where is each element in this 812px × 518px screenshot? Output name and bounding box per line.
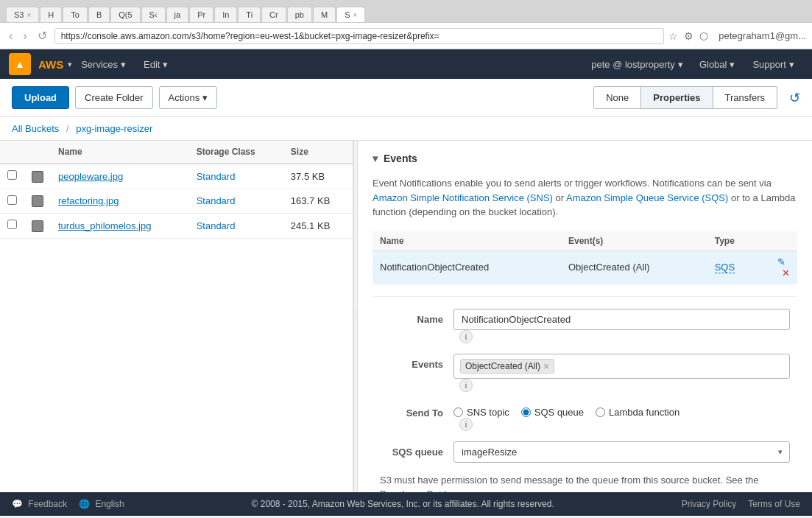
user-menu[interactable]: pete @ lostproperty ▾ [584,59,691,70]
browser-tab-cr[interactable]: Cr [261,7,286,22]
radio-sns[interactable]: SNS topic [453,407,509,418]
services-menu[interactable]: Services ▾ [72,49,135,79]
create-folder-button[interactable]: Create Folder [75,86,152,109]
browser-tab-ti[interactable]: Ti [238,7,261,22]
row-checkbox[interactable] [7,170,17,180]
sns-link[interactable]: Amazon Simple Notification Service (SNS) [373,192,553,203]
file-name-link[interactable]: refactoring.jpg [58,195,119,206]
none-button[interactable]: None [593,86,641,109]
extensions-icon[interactable]: ⬡ [699,30,708,42]
edit-menu[interactable]: Edit ▾ [135,49,177,79]
aws-logo[interactable]: ▲ [9,53,31,75]
developer-guide-link[interactable]: Developer Guide [380,489,452,492]
browser-tab-m[interactable]: M [313,7,336,22]
row-icon-cell [24,189,51,214]
aws-brand[interactable]: AWS [38,58,63,71]
row-name[interactable]: turdus_philomelos.jpg [51,214,189,239]
events-header[interactable]: ▾ Events [373,153,797,164]
col-name[interactable]: Name [51,141,189,164]
browser-tab-pb[interactable]: pb [287,7,312,22]
browser-tab-active[interactable]: S × [336,7,365,22]
name-info-icon[interactable]: i [459,330,473,343]
aws-logo-text: ▲ [15,58,25,70]
browser-tab-pr[interactable]: Pr [189,7,213,22]
bucket-name-link[interactable]: pxg-image-resizer [76,123,152,134]
events-description: Event Notifications enable you to send a… [373,176,797,220]
storage-class: Standard [197,220,236,231]
user-dropdown-icon: ▾ [678,59,683,70]
col-icon [24,141,51,164]
name-input[interactable] [453,309,790,330]
browser-tab-s3[interactable]: S3 × [6,7,39,22]
user-label: pete @ lostproperty [591,59,675,70]
browser-tab-q[interactable]: Q(5 [110,7,140,22]
row-checkbox[interactable] [7,220,17,229]
radio-sqs-input[interactable] [521,407,531,417]
send-to-label: Send To [380,402,453,419]
events-label: Events [380,354,453,370]
privacy-link[interactable]: Privacy Policy [682,499,737,509]
feedback-link[interactable]: 💬 Feedback [12,499,67,509]
event-events: ObjectCreated (All) [561,251,707,284]
refresh-icon[interactable]: ↺ [789,90,800,106]
col-size[interactable]: Size [283,141,353,164]
sqs-queue-control: imageResize ▾ [453,441,790,463]
browser-chrome: S3 × H To B Q(5 S‹ ja Pr In Ti Cr pb M S… [0,0,812,49]
browser-tab-sc[interactable]: S‹ [141,7,166,22]
row-name[interactable]: refactoring.jpg [51,189,189,214]
transfers-button[interactable]: Transfers [713,86,777,109]
browser-tab-to[interactable]: To [63,7,88,22]
address-bar[interactable] [54,28,665,44]
radio-lambda[interactable]: Lambda function [596,407,679,418]
terms-link[interactable]: Terms of Use [748,499,800,509]
browser-tab-h[interactable]: H [40,7,62,22]
row-checkbox-cell [0,164,24,189]
support-menu[interactable]: Support ▾ [744,49,803,79]
send-to-info-icon[interactable]: i [459,418,473,431]
event-delete-icon[interactable]: ✕ [782,267,790,279]
radio-sqs[interactable]: SQS queue [521,407,584,418]
file-name-link[interactable]: peopleware.jpg [58,171,123,182]
row-name[interactable]: peopleware.jpg [51,164,189,189]
event-tag-remove[interactable]: × [543,361,549,371]
breadcrumb-separator: / [66,123,69,134]
aws-topnav: ▲ AWS ▾ Services ▾ Edit ▾ pete @ lostpro… [0,49,812,79]
radio-lambda-input[interactable] [596,407,605,417]
upload-button[interactable]: Upload [12,86,69,109]
event-type-link[interactable]: SQS [715,262,735,273]
events-tag-input[interactable]: ObjectCreated (All) × [453,354,790,379]
browser-tab-ja[interactable]: ja [166,7,189,22]
sqs-link[interactable]: Amazon Simple Queue Service (SQS) [566,192,728,203]
row-icon-cell [24,214,51,239]
browser-tab-b[interactable]: B [88,7,110,22]
settings-icon[interactable]: ⚙ [684,30,693,42]
all-buckets-link[interactable]: All Buckets [12,123,59,134]
region-label: Global [699,59,727,70]
language-link[interactable]: 🌐 English [79,499,124,509]
row-checkbox[interactable] [7,195,17,205]
event-row[interactable]: NotificationObjectCreated ObjectCreated … [373,251,797,284]
name-control: i [453,309,790,343]
properties-button[interactable]: Properties [641,86,713,109]
refresh-button[interactable]: ↺ [35,29,50,43]
event-edit-icon[interactable]: ✎ [777,256,785,267]
actions-button[interactable]: Actions ▾ [159,86,218,109]
bookmark-icon[interactable]: ☆ [668,30,678,42]
file-icon [32,195,43,207]
table-row[interactable]: peopleware.jpg Standard 37.5 KB [0,164,353,189]
forward-button[interactable]: › [20,29,29,43]
region-menu[interactable]: Global ▾ [691,49,744,79]
col-storage[interactable]: Storage Class [189,141,283,164]
sqs-queue-select[interactable]: imageResize [453,441,790,463]
browser-tab-in[interactable]: In [214,7,237,22]
services-dropdown-icon: ▾ [121,59,126,70]
file-name-link[interactable]: turdus_philomelos.jpg [58,220,151,231]
actions-label: Actions [169,92,200,103]
events-title: Events [384,153,417,164]
radio-sns-input[interactable] [453,407,463,417]
back-button[interactable]: ‹ [6,29,15,43]
table-row[interactable]: refactoring.jpg Standard 163.7 KB [0,189,353,214]
file-list-panel: Name Storage Class Size peopleware.jpg S… [0,141,353,492]
table-row[interactable]: turdus_philomelos.jpg Standard 245.1 KB [0,214,353,239]
events-info-icon[interactable]: i [459,379,473,392]
